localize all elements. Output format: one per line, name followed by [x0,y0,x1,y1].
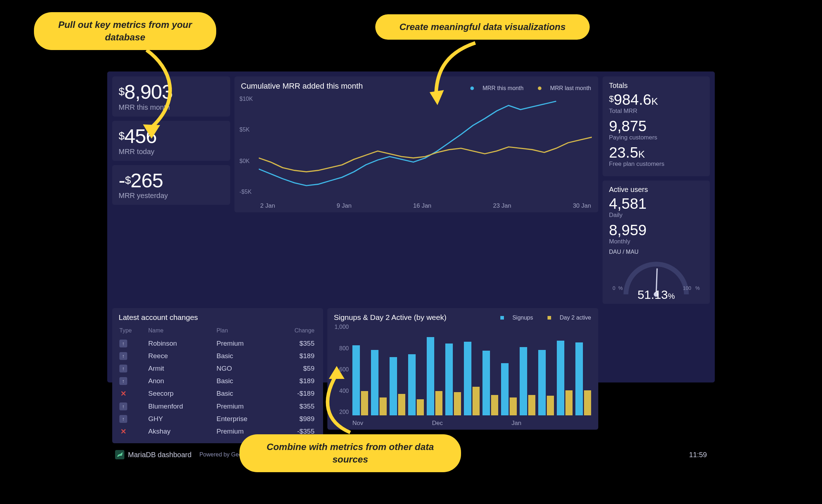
upgrade-icon: ↑ [119,352,127,360]
x-tick: 2 Jan [260,202,275,209]
x-tick: 30 Jan [573,202,591,209]
chart-legend: Signups Day 2 active [487,315,591,321]
bar-day2 [435,391,443,415]
arrow-icon [422,39,486,109]
y-tick: $0K [239,158,249,164]
dashboard-name: MariaDB dashboard [128,451,192,459]
bar-group [408,325,424,415]
table-row: ✕SeecorpBasic-$189 [119,387,316,400]
table-row: ↑ReeceBasic$189 [119,350,316,362]
y-tick: $5K [239,127,249,133]
svg-marker-0 [143,124,160,139]
x-axis: 2 Jan 9 Jan 16 Jan 23 Jan 30 Jan [260,202,591,209]
bar-day2 [380,397,387,415]
bar-signups [427,337,434,415]
bar-group [575,325,591,415]
bar-group [482,325,498,415]
bar-group [390,325,405,415]
bar-day2 [491,395,499,416]
table-header: Change [278,325,316,337]
bar-day2 [584,390,591,416]
active-users-card: Active users 4,581 Daily 8,959 Monthly D… [603,181,710,304]
cancel-icon: ✕ [119,389,127,398]
bar-day2 [417,399,424,415]
table-row: ↑ArmitNGO$59 [119,362,316,374]
bar-group [501,325,517,415]
upgrade-icon: ↑ [119,340,127,347]
bar-group [464,325,480,415]
table-header: Name [148,325,216,337]
table-row: ↑GHYEnterprise$989 [119,413,316,425]
table-header: Type [119,325,148,337]
y-tick: 800 [332,345,349,352]
mariadb-logo-icon [115,450,124,459]
bar-day2 [528,395,536,416]
table-row: ↑AnonBasic$189 [119,375,316,387]
bar-signups [575,342,583,415]
bar-group [538,325,554,415]
table-header: Plan [217,325,277,337]
bar-signups [390,357,397,416]
line-chart-card: Cumulative MRR added this month MRR this… [234,76,598,212]
bar-group [445,325,461,415]
table-row: ↑BlumenfordPremium$355 [119,400,316,412]
card-title: Active users [609,186,703,194]
cancel-icon: ✕ [119,427,127,436]
clock: 11:59 [689,451,707,459]
svg-marker-1 [430,90,444,105]
bar-day2 [565,390,573,416]
table-card: Latest account changes Type Name Plan Ch… [112,308,323,443]
bar-signups [538,350,546,416]
table-row: ↑RobinsonPremium$355 [119,337,316,349]
y-tick: -$5K [239,189,252,195]
x-tick: 23 Jan [493,202,511,209]
callout-visualizations: Create meaningful data visualizations [375,14,590,40]
upgrade-icon: ↑ [119,365,127,372]
x-axis: Nov Dec Jan [352,420,591,427]
bar-signups [464,342,471,416]
bar-signups [371,350,378,416]
bars-area [352,325,591,415]
callout-key-metrics: Pull out key metrics from your database [34,12,216,50]
bar-signups [501,363,509,415]
right-column: Totals $984.6K Total MRR 9,875 Paying cu… [603,76,710,304]
bar-group [557,325,573,415]
gauge-label: DAU / MAU [609,249,703,255]
bar-day2 [510,397,517,415]
upgrade-icon: ↑ [119,402,127,410]
bar-signups [557,341,564,415]
x-tick: Jan [511,420,591,427]
metric-value: 265 [130,169,163,192]
arrow-icon [311,368,368,438]
totals-card: Totals $984.6K Total MRR 9,875 Paying cu… [603,76,710,176]
x-tick: 16 Jan [413,202,431,209]
metric-label: MRR today [119,148,224,156]
bar-signups [408,354,416,415]
upgrade-icon: ↑ [119,377,127,385]
arrow-icon [125,46,197,141]
y-tick: $10K [239,96,253,102]
card-title: Totals [609,81,703,90]
bar-day2 [472,387,480,416]
gauge: 0% 100% 51.13% [609,258,703,299]
metric-mrr-yesterday: -$265 MRR yesterday [112,165,230,205]
callout-combine-sources: Combine with metrics from other data sou… [239,434,461,472]
bar-day2 [547,396,554,415]
bar-group [371,325,387,415]
x-tick: Dec [432,420,512,427]
bar-group [427,325,442,415]
bar-signups [520,347,527,416]
bar-day2 [454,392,461,416]
metric-label: MRR yesterday [119,192,224,200]
line-chart-svg [259,94,592,198]
y-tick: 1,000 [332,324,349,330]
dashboard-panel: $8,903 MRR this month $456 MRR today -$2… [107,71,715,382]
bar-day2 [398,394,406,415]
upgrade-icon: ↑ [119,415,127,423]
table-title: Latest account changes [119,313,317,322]
svg-marker-2 [329,366,345,379]
bar-group [520,325,535,415]
x-tick: 9 Jan [337,202,352,209]
bar-signups [482,351,490,415]
bar-signups [445,344,453,416]
